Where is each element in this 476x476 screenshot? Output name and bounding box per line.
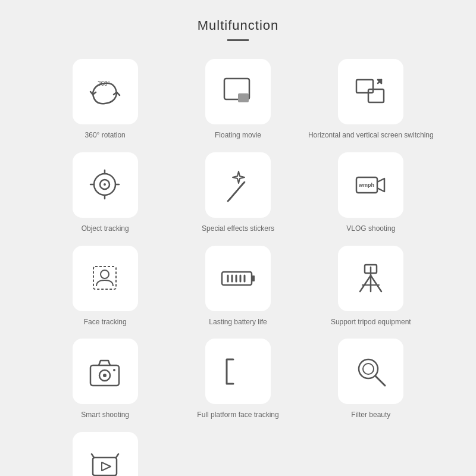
tripod-icon (352, 259, 390, 298)
icon-box-screen-switch (338, 59, 403, 124)
icon-box-object-tracking (73, 152, 138, 218)
feature-label-floating: Floating movie (215, 130, 261, 140)
svg-point-11 (104, 183, 106, 186)
feature-tripod: Support tripod equipment (308, 246, 434, 327)
icon-box-special-effects (205, 152, 271, 218)
svg-line-42 (375, 376, 385, 386)
svg-marker-47 (102, 462, 111, 471)
icon-box-platform-live (73, 432, 138, 476)
icon-box-smart-shooting (73, 339, 138, 404)
svg-point-39 (103, 374, 107, 377)
icon-box-face-tracking (73, 246, 138, 311)
icon-box-floating (205, 59, 271, 124)
feature-floating: Floating movie (174, 59, 301, 140)
icon-box-vlog: wmph (338, 152, 403, 218)
battery-icon (218, 259, 257, 298)
feature-smart-shooting: Smart shooting (42, 339, 168, 420)
svg-line-45 (92, 454, 94, 458)
feature-label-vlog: VLOG shooting (346, 224, 395, 234)
feature-special-effects: Special effects stickers (174, 152, 301, 234)
floating-icon (218, 73, 257, 111)
svg-point-43 (363, 364, 374, 374)
feature-face-tracking: Face tracking (42, 246, 168, 327)
feature-label-rotation: 360° rotation (85, 130, 126, 140)
page: Multifunction 360° 360° rotation (0, 0, 476, 476)
svg-marker-16 (233, 171, 245, 183)
page-title: Multifunction (12, 18, 464, 33)
svg-line-34 (371, 275, 381, 292)
feature-screen-switch: Horizontal and vertical screen switching (308, 59, 434, 140)
vlog-icon: wmph (352, 165, 390, 204)
feature-label-special-effects: Special effects stickers (202, 224, 274, 234)
feature-label-screen-switch: Horizontal and vertical screen switching (308, 130, 434, 140)
feature-vlog: wmph VLOG shooting (308, 152, 434, 234)
svg-rect-3 (356, 80, 373, 93)
feature-rotation: 360° 360° rotation (42, 59, 168, 140)
divider (227, 39, 249, 41)
live-icon (86, 446, 124, 476)
svg-rect-4 (368, 89, 384, 102)
target-icon (86, 165, 124, 204)
svg-line-20 (228, 199, 230, 201)
icon-box-battery (205, 246, 271, 311)
feature-label-smart-shooting: Smart shooting (81, 410, 129, 420)
camera-icon (86, 352, 124, 391)
face-icon (86, 259, 124, 298)
svg-rect-26 (252, 275, 255, 281)
svg-line-46 (116, 454, 118, 458)
feature-label-filter: Filter beauty (351, 410, 390, 420)
svg-line-19 (242, 182, 245, 184)
svg-text:wmph: wmph (358, 182, 374, 188)
feature-platform-live: Platform live (42, 432, 168, 476)
feature-label-face-tracking: Face tracking (84, 317, 127, 327)
bracket-icon (218, 352, 257, 391)
feature-label-tripod: Support tripod equipment (331, 317, 411, 327)
icon-box-tripod (338, 246, 403, 311)
svg-point-24 (101, 270, 109, 278)
feature-battery: Lasting battery life (174, 246, 301, 327)
icon-box-platform-face (205, 339, 271, 404)
feature-label-object-tracking: Object tracking (82, 224, 129, 234)
magic-icon (218, 165, 257, 204)
svg-rect-2 (238, 93, 249, 102)
feature-label-platform-face: Full platform face tracking (197, 410, 278, 420)
svg-point-40 (113, 369, 115, 371)
features-grid: 360° 360° rotation Floating movie (42, 59, 434, 476)
screen-switch-icon (352, 73, 390, 111)
svg-rect-44 (93, 458, 117, 475)
feature-object-tracking: Object tracking (42, 152, 168, 234)
filter-icon (352, 352, 390, 391)
feature-filter: Filter beauty (308, 339, 434, 420)
feature-platform-face: Full platform face tracking (174, 339, 301, 420)
icon-box-filter (338, 339, 403, 404)
feature-label-battery: Lasting battery life (209, 317, 267, 327)
svg-line-33 (360, 275, 371, 292)
rotation-icon: 360° (86, 73, 124, 111)
icon-box-rotation: 360° (73, 59, 138, 124)
